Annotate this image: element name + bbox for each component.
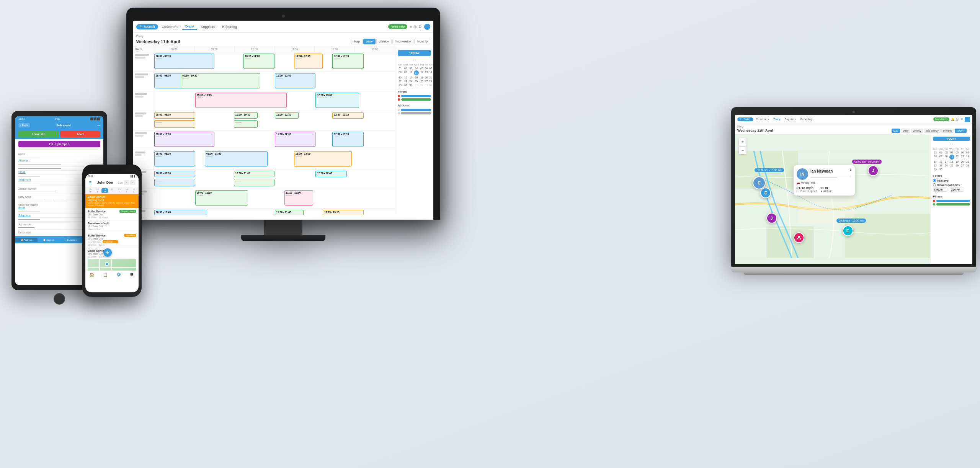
cal-day[interactable]: 05 — [420, 67, 424, 70]
cal-day[interactable]: 01 — [398, 67, 403, 70]
phone-job-item-2[interactable]: Fire alarm check Mrs Jane Doe 11pm - 12p… — [85, 220, 139, 232]
event-block[interactable]: 08:00 - 09:30 ——— ——— — [154, 54, 214, 69]
cal-day[interactable]: 31 — [408, 83, 413, 87]
realtime-filter-option[interactable]: Real-time — [933, 179, 970, 182]
tab-journal[interactable]: 📋 Journal — [38, 238, 60, 242]
laptop-next-btn[interactable]: › — [969, 129, 970, 133]
event-block[interactable]: 11:15 - 12:00 ——— — [284, 190, 313, 205]
event-block[interactable]: 08:30 - 10:00 ——— — [154, 132, 214, 147]
nav-customers[interactable]: Customers — [159, 24, 182, 29]
cal-day[interactable]: 17 — [408, 76, 413, 79]
cal-strip-day[interactable]: 14S — [123, 188, 130, 193]
event-block[interactable]: 11:30 - 12:15 ——— — [294, 54, 323, 69]
l-cal-day[interactable]: 18 — [949, 160, 954, 163]
cal-day[interactable]: 12 — [420, 70, 424, 75]
nav-suppliers[interactable]: Suppliers — [198, 24, 219, 29]
phone-list-tab[interactable]: 📋 — [99, 272, 112, 277]
l-cal-day-today[interactable]: 11 — [949, 155, 954, 160]
cal-strip-day[interactable]: 09M — [87, 188, 93, 193]
abort-button[interactable]: Abort — [60, 131, 100, 137]
l-cal-day[interactable]: 25 — [949, 164, 954, 167]
phone-settings-tab[interactable]: ⚙️ — [112, 272, 126, 277]
l-cal-day[interactable]: 06 — [960, 151, 965, 154]
event-block[interactable]: 11:00 - 12:00 ——— — [275, 132, 316, 147]
nav-diary[interactable]: Diary — [182, 24, 197, 30]
l-cal-day[interactable]: 22 — [933, 164, 938, 167]
l-cal-day[interactable]: 13 — [960, 155, 965, 160]
cal-day[interactable]: 18 — [413, 76, 419, 79]
cal-day[interactable]: 04 — [413, 67, 419, 70]
cal-day[interactable]: 20 — [425, 76, 428, 79]
cal-day[interactable]: 13 — [425, 70, 428, 75]
laptop-today-sidebar-btn[interactable]: TODAY — [933, 137, 970, 141]
event-block[interactable]: 08:30 - 09:30 — [154, 171, 195, 177]
cal-strip-day-today[interactable]: 11W — [101, 188, 108, 193]
search-button[interactable]: Search — [136, 24, 158, 29]
cal-day[interactable]: 24 — [408, 80, 413, 83]
event-block[interactable]: 12:00 - 13:00 ——— — [315, 93, 359, 108]
laptop-view-weekly[interactable]: Weekly — [911, 129, 923, 133]
cal-day[interactable]: 01 — [413, 83, 419, 87]
avatar-marker-E[interactable]: E — [753, 176, 766, 189]
event-block[interactable]: 11:00 - 11:30 — [275, 112, 299, 119]
laptop-nav-customers[interactable]: Customers — [754, 117, 771, 121]
cal-day[interactable]: 02 — [403, 67, 408, 70]
event-block[interactable]: 11:30 - 13:00 ——— — [294, 151, 352, 166]
cal-strip-day[interactable]: 12T — [109, 188, 115, 193]
cal-day[interactable]: 03 — [425, 83, 428, 87]
between-times-filter-option[interactable]: Between two times — [933, 183, 970, 186]
fill-job-report-button[interactable]: Fill in job report — [18, 141, 100, 147]
next-month-btn[interactable]: › — [415, 58, 416, 62]
cal-day[interactable]: 07 — [428, 67, 433, 70]
event-block[interactable]: 12:30 - 13:15 — [332, 112, 364, 119]
view-two-weekly[interactable]: Two weekly — [392, 39, 413, 44]
event-block[interactable]: 06:30 - 10:30 ——— — [181, 73, 260, 88]
event-block[interactable]: ——— — [154, 179, 195, 186]
l-cal-day[interactable]: 09 — [938, 155, 944, 160]
event-block[interactable]: 12:30 - 13:15 — [332, 132, 364, 147]
cal-day[interactable]: 23 — [403, 80, 408, 83]
view-daily[interactable]: Daily — [363, 39, 376, 44]
l-cal-day[interactable]: 14 — [965, 155, 970, 160]
event-block[interactable]: 10:00 - 10:30 — [234, 112, 258, 119]
between-times-radio[interactable] — [933, 183, 936, 186]
close-icon[interactable]: × — [850, 168, 852, 172]
event-block[interactable]: 12:30 - 13:15 ——— — [332, 54, 364, 69]
laptop-settings-icon[interactable]: ⚙ — [961, 118, 963, 121]
cal-day[interactable]: 27 — [425, 80, 428, 83]
cal-day[interactable]: 28 — [428, 80, 433, 83]
marker-E2[interactable]: E — [843, 225, 853, 236]
event-block[interactable]: ——— — [234, 179, 275, 186]
l-cal-day[interactable]: 16 — [938, 160, 944, 163]
nav-reporting[interactable]: Reporting — [219, 24, 240, 29]
cal-day[interactable]: 16 — [403, 76, 408, 79]
event-block[interactable]: 11:00 - 12:00 ——— — [275, 73, 316, 88]
cal-day[interactable]: 21 — [428, 76, 433, 79]
laptop-nav-suppliers[interactable]: Suppliers — [783, 117, 798, 121]
cal-day-today[interactable]: 11 — [414, 70, 419, 75]
l-cal-day[interactable]: 03 — [944, 151, 949, 154]
event-block[interactable]: 12:15 - 13:15 ——— — [323, 210, 364, 215]
laptop-avatar[interactable] — [965, 117, 970, 122]
l-cal-day[interactable]: 27 — [960, 164, 965, 167]
l-cal-day[interactable]: 05 — [955, 151, 960, 154]
cal-strip-day[interactable]: 15S — [131, 188, 137, 193]
event-block[interactable]: 12:00 - 12:45 — [315, 171, 347, 177]
laptop-search-button[interactable]: 🔍 Switch — [737, 117, 753, 121]
l-cal-day[interactable]: 12 — [955, 155, 960, 160]
marker-person-1[interactable] — [794, 232, 804, 243]
laptop-today-button[interactable]: TODAY — [955, 129, 967, 133]
cal-day[interactable]: 08 — [398, 70, 403, 75]
laptop-nav-diary[interactable]: Diary — [771, 117, 782, 121]
phone-menu-tab[interactable]: ☰ — [125, 272, 139, 277]
cal-day[interactable]: 04 — [428, 83, 433, 87]
tablet-home-button[interactable] — [54, 293, 65, 305]
realtime-radio[interactable] — [933, 179, 936, 182]
tablet-back-button[interactable]: ‹ Back — [18, 123, 30, 127]
chat-icon[interactable]: ◎ — [413, 24, 417, 29]
event-block[interactable]: ——— — [154, 120, 195, 128]
tab-address[interactable]: 🏠 Address — [15, 238, 38, 242]
event-block[interactable]: 08:00 - 09:00 ——— — [154, 151, 195, 166]
cal-day[interactable]: 03 — [408, 67, 413, 70]
event-block[interactable]: 09:30 - 11:00 ——— — [205, 151, 268, 166]
